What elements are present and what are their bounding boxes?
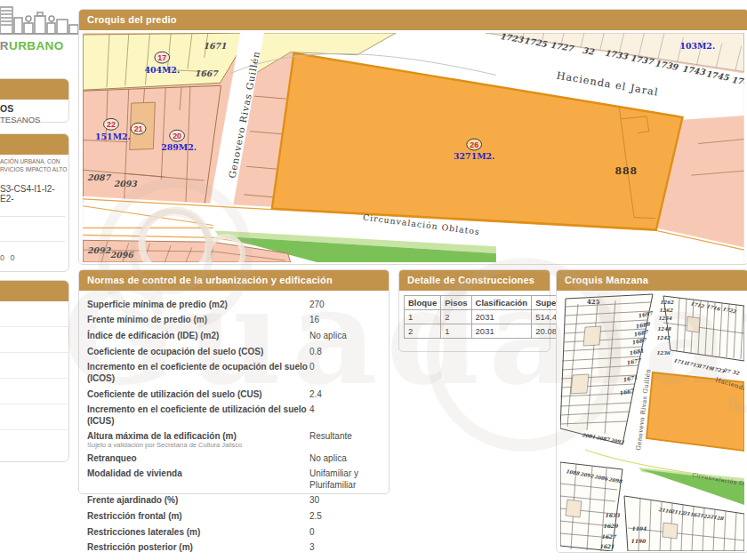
croquis-manzana-map[interactable]: 425 1697 1689 1687 1687 1681 1677 1671 1… (560, 293, 744, 551)
norma-label: Restricción frontal (m) (87, 511, 309, 523)
col-bloque: Bloque (405, 296, 441, 310)
parcel-marker-22[interactable]: 22 (104, 118, 119, 130)
sidebar-uso-line2: RVICIOS IMPACTO ALTO (0, 166, 67, 172)
cell: 1 (441, 324, 471, 339)
norma-label: Coeficiente de utilización del suelo (CU… (87, 389, 309, 401)
marker-20-label: 20 (173, 132, 181, 140)
marker-17-label: 17 (157, 53, 166, 62)
parcel-marker-26[interactable]: 26 (467, 139, 482, 150)
normas-row: Restricción frontal (m)2.5 (87, 508, 382, 524)
area-label-3271: 3271M2. (454, 151, 494, 161)
sidebar-card-uso: ACIÓN URBANA, CON RVICIOS IMPACTO ALTO S… (0, 133, 69, 272)
normas-row: Coeficiente de utilización del suelo (CU… (87, 387, 382, 403)
svg-text:1621: 1621 (599, 543, 614, 549)
normas-table: Superficie mínima de predio (m2)270 Fren… (79, 291, 389, 560)
normas-row: Incremento en el coeficiente de utilizac… (87, 403, 382, 429)
norma-label: Superficie mínima de predio (m2) (87, 300, 309, 311)
svg-text:1667: 1667 (195, 68, 220, 78)
svg-text:1190: 1190 (631, 538, 647, 544)
normas-row: Incremento en el coeficiente de ocupació… (87, 360, 382, 387)
croquis-manzana-title: Croquis Manzana (557, 270, 747, 291)
col-pisos: Pisos (441, 296, 471, 310)
svg-text:1236: 1236 (656, 350, 671, 356)
area-label-289: 289M2. (161, 142, 197, 152)
detalle-construcciones-panel: Detalle de Construcciones Bloque Pisos C… (398, 269, 550, 352)
croquis-predio-map[interactable]: 17 404M2. 22 151M2. 21 20 289M2. 26 3271… (83, 33, 744, 262)
logo-visor: VISOR (0, 39, 9, 52)
norma-value: 2.4 (309, 389, 382, 401)
sidebar-card-zona: OS TESANOS (0, 78, 69, 123)
norma-label: Frente ajardinado (%) (87, 495, 309, 507)
parcel-marker-20[interactable]: 20 (170, 130, 185, 141)
norma-label: Coeficiente de ocupación del suelo (COS) (87, 347, 309, 358)
normas-row: Superficie mínima de predio (m2)270 (87, 297, 382, 313)
area-label-404: 404M2. (144, 65, 180, 75)
svg-text:2092: 2092 (87, 245, 112, 255)
table-header-row: Bloque Pisos Clasificación Superficie (405, 296, 581, 310)
divider (0, 216, 65, 217)
sidebar-datos-row (0, 430, 68, 455)
svg-text:1262: 1262 (660, 300, 674, 305)
cell: 2 (441, 310, 471, 324)
marker-21-label: 21 (134, 124, 143, 133)
svg-text:2087: 2087 (87, 172, 112, 182)
norma-label: Frente mínimo de predio (m) (87, 315, 309, 326)
svg-text:1262: 1262 (659, 308, 673, 313)
norma-label: Restricciones laterales (m) (87, 527, 309, 539)
parcel-marker-21[interactable]: 21 (131, 123, 146, 134)
croquis-predio-title: Croquis del predio (79, 10, 747, 30)
parcel-marker-17[interactable]: 17 (155, 52, 170, 63)
norma-value: 0 (309, 527, 382, 539)
normas-row: Frente mínimo de predio (m)16 (87, 313, 382, 329)
visor-urbano-page: { "brand": {"prefix": "VISOR", "suffix":… (0, 0, 747, 560)
sidebar-uso-value: 0 0 (0, 253, 17, 262)
norma-label: Incremento en el coeficiente de ocupació… (87, 362, 309, 384)
sidebar-datos-row (0, 353, 68, 379)
norma-value: Unifamiliar y Plurifamiliar (309, 468, 382, 491)
svg-text:1671: 1671 (204, 41, 228, 51)
norma-value: 0 (309, 362, 382, 384)
logo-urbano: URBANO (9, 39, 64, 52)
sidebar-datos-row (0, 404, 68, 430)
normas-row: RetranqueoNo aplica (87, 451, 382, 467)
cell: 2031 (471, 310, 532, 324)
norma-value: 270 (309, 300, 382, 311)
norma-value: No aplica (309, 331, 382, 342)
norma-label: Retranqueo (87, 453, 309, 465)
normas-row: Restricciones laterales (m)0 (87, 524, 382, 540)
marker-22-label: 22 (107, 120, 116, 129)
svg-text:1633: 1633 (605, 512, 621, 518)
table-row: 2 1 2031 20.08 m² (405, 324, 581, 339)
norma-label: Modalidad de vivienda (87, 468, 309, 491)
normas-row: Coeficiente de ocupación del suelo (COS)… (87, 344, 382, 360)
sidebar-datos-row (0, 379, 68, 404)
sidebar-zona-line1: OS (0, 100, 68, 114)
svg-text:1627: 1627 (601, 533, 617, 540)
norma-value: 16 (309, 315, 382, 326)
logo-wordmark: VISORURBANO (0, 39, 85, 52)
norma-label: Incremento en el coeficiente de utilizac… (87, 404, 309, 427)
svg-text:1248: 1248 (657, 326, 671, 332)
norma-label: Índice de edificación (IDE) (m2) (87, 331, 309, 342)
sidebar-zona-line2: TESANOS (0, 114, 68, 128)
sidebar-datos-row (0, 327, 68, 353)
sidebar-card-uso-header (0, 134, 68, 155)
norma-value: 2.5 (309, 511, 382, 523)
area-label-103: 103M2. (679, 41, 715, 51)
svg-text:1629: 1629 (603, 523, 619, 529)
norma-value: Resultante (309, 431, 382, 443)
svg-text:425: 425 (587, 298, 600, 306)
sidebar-uso-line1: ACIÓN URBANA, CON (0, 158, 60, 164)
table-row: 1 2 2031 514.48 m² (405, 310, 581, 324)
col-clasificacion: Clasificación (471, 296, 532, 310)
cell: 2 (405, 324, 441, 339)
detalle-title: Detalle de Construcciones (399, 270, 550, 291)
area-label-151: 151M2. (95, 132, 131, 141)
norma-value: 0.8 (309, 347, 382, 358)
cell: 2031 (471, 324, 532, 339)
cell: 1 (405, 310, 441, 324)
divider (0, 241, 65, 242)
svg-text:1194: 1194 (631, 525, 647, 532)
croquis-predio-panel: Croquis del predio (78, 9, 747, 265)
visor-urbano-logo: VISORURBANO (0, 4, 85, 52)
